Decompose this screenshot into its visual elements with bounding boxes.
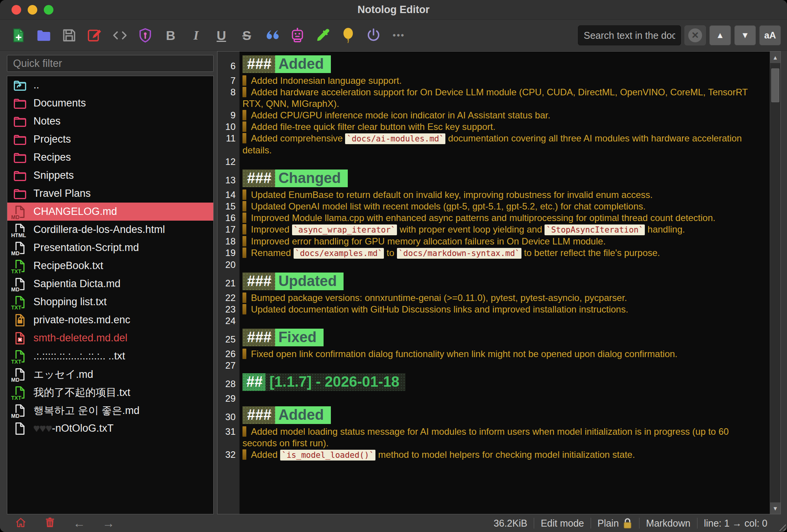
encryption-toggle[interactable]: Plain — [591, 517, 639, 529]
tree-item-18[interactable]: MD행복하고 운이 좋은.md — [7, 401, 213, 419]
tree-item-11[interactable]: MDSapientia Dicta.md — [7, 275, 213, 293]
tree-item-8[interactable]: HTMLCordillera-de-los-Andes.html — [7, 221, 213, 239]
new-file-button[interactable] — [8, 25, 28, 45]
list-text: method to model helpers for checking mod… — [375, 449, 635, 460]
folder-icon — [12, 150, 28, 166]
tree-item-17[interactable]: TXT我的了不起的项目.txt — [7, 383, 213, 401]
search-clear-button[interactable]: ✕ — [684, 25, 706, 45]
tree-item-7[interactable]: MDCHANGELOG.md — [7, 203, 213, 221]
line-content[interactable]: Improved Module llama.cpp with enhanced … — [240, 212, 770, 224]
line-content[interactable]: ###Changed — [240, 170, 770, 187]
edit-mode-button[interactable] — [85, 25, 105, 45]
list-text: Added file-tree quick filter clear butto… — [251, 121, 495, 132]
tree-item-1[interactable]: Documents — [7, 94, 213, 112]
quick-filter-input[interactable] — [7, 55, 214, 72]
save-button[interactable] — [59, 25, 79, 45]
delete-file-button[interactable] — [44, 516, 56, 530]
power-icon — [365, 27, 382, 43]
editor-text-area[interactable]: 6###Added7Added Indonesian language supp… — [218, 52, 770, 514]
scroll-up-button[interactable]: ▲ — [770, 52, 780, 63]
home-button[interactable] — [15, 516, 27, 530]
tree-item-13[interactable]: private-notes.md.enc — [7, 311, 213, 329]
line-number: 8 — [218, 86, 240, 98]
power-button[interactable] — [364, 25, 384, 45]
line-content[interactable]: Updated EnumBase to return default on in… — [240, 189, 770, 201]
file-icon: MD — [12, 366, 28, 382]
line-content[interactable]: ###Updated — [240, 273, 770, 290]
tree-item-4[interactable]: Recipes — [7, 148, 213, 166]
line-content[interactable]: ###Fixed — [240, 329, 770, 346]
tree-item-15[interactable]: TXT.:.:::::.::.:...:..::.:.. ..txt — [7, 347, 213, 365]
list-marker — [242, 449, 246, 460]
tree-item-10[interactable]: TXTRecipeBook.txt — [7, 257, 213, 275]
line-content[interactable]: Improved `async_wrap_iterator` with prop… — [240, 224, 770, 236]
line-content[interactable]: Updated documentation with GitHub Discus… — [240, 304, 770, 315]
folder-icon — [12, 95, 28, 111]
tree-item-5[interactable]: Snippets — [7, 166, 213, 185]
color-picker-button[interactable] — [313, 25, 333, 45]
tree-item-parent-dir[interactable]: .. — [7, 76, 213, 94]
mode-toggle[interactable]: Edit mode — [534, 518, 591, 529]
line-content[interactable]: Added CPU/GPU inference mode icon indica… — [240, 110, 770, 121]
edit-mode-icon — [86, 27, 103, 43]
line-content[interactable]: ###Added — [240, 55, 770, 73]
tree-item-2[interactable]: Notes — [7, 112, 213, 130]
tree-item-3[interactable]: Projects — [7, 130, 213, 148]
line-content[interactable]: Added hardware acceleration support for … — [240, 86, 770, 110]
file-icon: TXT — [12, 348, 28, 364]
list-marker — [242, 236, 246, 246]
open-folder-button[interactable] — [34, 25, 54, 45]
line-content[interactable]: Updated OpenAI model list with recent mo… — [240, 201, 770, 212]
list-text: handling. — [645, 224, 685, 234]
list-text: Added model loading status message for A… — [242, 426, 729, 448]
tree-item-label: .:.:::::.::.:...:..::.:.. ..txt — [33, 350, 125, 362]
list-marker — [242, 224, 246, 234]
line-content[interactable]: Renamed `docs/examples.md` to `docs/mark… — [240, 247, 770, 259]
tree-item-12[interactable]: TXTShopping list.txt — [7, 293, 213, 311]
encryption-shield-button[interactable] — [135, 25, 155, 45]
italic-button[interactable]: I — [186, 25, 206, 45]
bold-button[interactable]: B — [161, 25, 181, 45]
line-content[interactable]: Fixed open link confirmation dialog func… — [240, 348, 770, 360]
line-content[interactable]: Bumped package versions: onnxruntime-gen… — [240, 292, 770, 304]
line-content[interactable]: Added model loading status message for A… — [240, 426, 770, 449]
forward-button[interactable]: → — [102, 517, 115, 529]
line-content[interactable]: ###Added — [240, 406, 770, 424]
scrollbar-track[interactable] — [770, 63, 780, 502]
editor-scrollbar[interactable]: ▲ ▼ — [770, 52, 780, 514]
line-content[interactable]: Added Indonesian language support. — [240, 75, 770, 86]
source-view-button[interactable] — [110, 25, 130, 45]
scroll-down-button[interactable]: ▼ — [770, 502, 780, 514]
underline-button[interactable]: U — [211, 25, 231, 45]
tree-item-14[interactable]: smth-deleted.md.del — [7, 329, 213, 347]
editor-line-9: 9Added CPU/GPU inference mode icon indic… — [218, 110, 770, 121]
editor-line-27: 27 — [218, 360, 770, 371]
search-next-button[interactable]: ▼ — [734, 25, 756, 45]
format-toggle[interactable]: Markdown — [639, 518, 697, 529]
hint-balloon-button[interactable] — [338, 25, 358, 45]
back-button[interactable]: ← — [73, 517, 85, 529]
line-number: 7 — [218, 75, 240, 86]
blockquote-button[interactable] — [262, 25, 282, 45]
line-content[interactable]: Added comprehensive `docs/ai-modules.md`… — [240, 133, 770, 156]
search-input[interactable] — [578, 25, 681, 45]
line-content[interactable]: Added `is_model_loaded()` method to mode… — [240, 449, 770, 461]
search-prev-button[interactable]: ▲ — [709, 25, 731, 45]
line-content[interactable]: ##[1.1.7] - 2026-01-18 — [240, 373, 770, 391]
line-number: 28 — [218, 373, 240, 390]
editor-line-6: 6###Added — [218, 55, 770, 73]
strikethrough-button[interactable]: S — [237, 25, 257, 45]
tree-item-19[interactable]: ♥♥♥-nOtOloG.txT — [7, 419, 213, 437]
tree-item-16[interactable]: MDエッセイ.md — [7, 365, 213, 383]
more-button[interactable]: ••• — [389, 25, 409, 45]
editor-line-23: 23Updated documentation with GitHub Disc… — [218, 304, 770, 315]
tree-item-9[interactable]: MDPresentation-Script.md — [7, 239, 213, 257]
line-content[interactable]: Improved error handling for GPU memory a… — [240, 236, 770, 247]
file-icon: MD — [12, 402, 28, 419]
ai-assistant-button[interactable] — [287, 25, 307, 45]
line-content[interactable]: Added file-tree quick filter clear butto… — [240, 121, 770, 133]
tree-item-6[interactable]: Travel Plans — [7, 185, 213, 203]
search-match-case-button[interactable]: aA — [759, 25, 781, 45]
scrollbar-thumb[interactable] — [771, 68, 779, 102]
tree-item-label: RecipeBook.txt — [33, 260, 103, 272]
